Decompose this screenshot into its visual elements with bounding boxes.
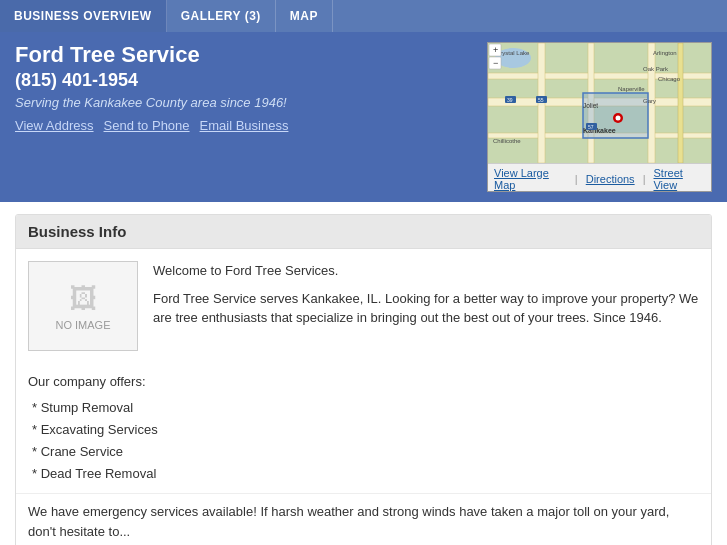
svg-point-11 [616, 116, 621, 121]
svg-rect-7 [678, 43, 683, 163]
map-thumbnail: Crystal Lake Arlington Oak Park Chicago … [487, 42, 712, 192]
svg-text:Naperville: Naperville [618, 86, 645, 92]
svg-text:Chicago: Chicago [658, 76, 681, 82]
emergency-section: We have emergency services available! If… [16, 493, 711, 545]
business-info-content: 🖼 NO IMAGE Welcome to Ford Tree Services… [28, 261, 699, 351]
header-area: Ford Tree Service (815) 401-1954 Serving… [0, 32, 727, 202]
map-sep-2: | [643, 173, 646, 185]
view-large-map-link[interactable]: View Large Map [494, 167, 567, 191]
svg-text:55: 55 [538, 97, 544, 103]
offers-section: Our company offers: * Stump Removal * Ex… [16, 363, 711, 493]
no-image-box: 🖼 NO IMAGE [28, 261, 138, 351]
svg-text:57: 57 [588, 124, 594, 130]
offer-2: * Excavating Services [32, 419, 699, 441]
business-info-header: Business Info [16, 215, 711, 249]
nav-business-overview[interactable]: BUSINESS OVERVIEW [0, 0, 167, 32]
svg-text:39: 39 [507, 97, 513, 103]
business-info-body: 🖼 NO IMAGE Welcome to Ford Tree Services… [16, 249, 711, 363]
email-business-link[interactable]: Email Business [200, 118, 289, 133]
business-description: Welcome to Ford Tree Services. Ford Tree… [153, 261, 699, 351]
directions-link[interactable]: Directions [586, 173, 635, 185]
street-view-link[interactable]: Street View [653, 167, 705, 191]
header-links: View Address Send to Phone Email Busines… [15, 118, 472, 133]
svg-text:+: + [493, 45, 498, 55]
svg-text:Joliet: Joliet [583, 102, 598, 109]
intro-text: Welcome to Ford Tree Services. [153, 261, 699, 281]
svg-text:Chillicothe: Chillicothe [493, 138, 521, 144]
send-to-phone-link[interactable]: Send to Phone [104, 118, 190, 133]
svg-text:Gary: Gary [643, 98, 656, 104]
map-links: View Large Map | Directions | Street Vie… [488, 163, 711, 192]
no-image-label: NO IMAGE [55, 319, 110, 331]
nav-map[interactable]: MAP [276, 0, 333, 32]
view-address-link[interactable]: View Address [15, 118, 94, 133]
top-nav: BUSINESS OVERVIEW GALLERY (3) MAP [0, 0, 727, 32]
business-phone: (815) 401-1954 [15, 70, 472, 91]
offer-4: * Dead Tree Removal [32, 463, 699, 485]
desc-text: Ford Tree Service serves Kankakee, IL. L… [153, 289, 699, 328]
svg-text:Oak Park: Oak Park [643, 66, 669, 72]
business-name: Ford Tree Service [15, 42, 472, 68]
emergency-text: We have emergency services available! If… [28, 502, 699, 541]
business-info-section: Business Info 🖼 NO IMAGE Welcome to Ford… [15, 214, 712, 545]
nav-gallery[interactable]: GALLERY (3) [167, 0, 276, 32]
header-left: Ford Tree Service (815) 401-1954 Serving… [15, 42, 472, 133]
business-tagline: Serving the Kankakee County area since 1… [15, 95, 472, 110]
offer-3: * Crane Service [32, 441, 699, 463]
svg-text:Arlington: Arlington [653, 50, 677, 56]
no-image-icon: 🖼 [69, 282, 97, 315]
offer-1: * Stump Removal [32, 397, 699, 419]
svg-text:−: − [493, 58, 498, 68]
offers-title: Our company offers: [28, 371, 699, 393]
map-image[interactable]: Crystal Lake Arlington Oak Park Chicago … [488, 43, 711, 163]
main-content: Business Info 🖼 NO IMAGE Welcome to Ford… [0, 214, 727, 545]
map-sep-1: | [575, 173, 578, 185]
